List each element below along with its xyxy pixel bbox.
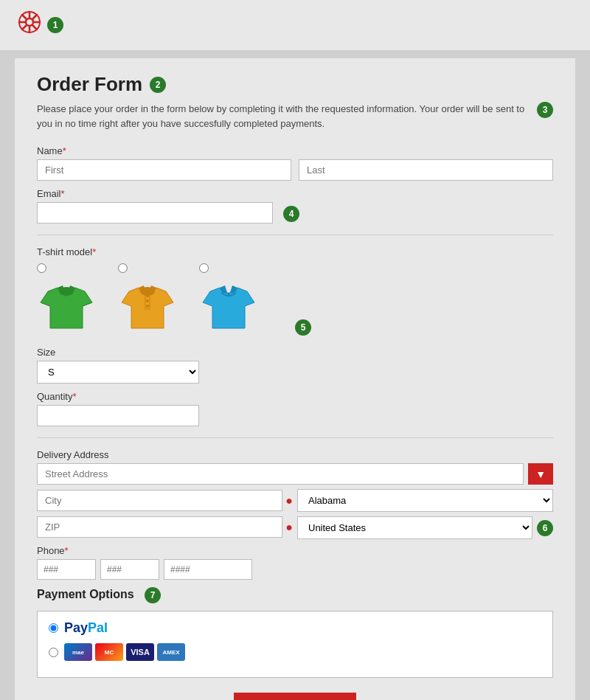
payment-section: Payment Options 7 PayPal mae MC VISA AME… — [37, 587, 553, 678]
header-step-badge: 1 — [47, 17, 63, 33]
tshirt-img-blue — [199, 277, 258, 336]
svg-point-19 — [146, 299, 149, 302]
mastercard-logo: MC — [95, 643, 123, 661]
svg-point-0 — [26, 18, 33, 26]
divider-1 — [37, 235, 553, 235]
form-description-row: Please place your order in the form belo… — [37, 102, 553, 131]
tshirt-option-orange — [118, 263, 177, 336]
tshirt-required: * — [92, 246, 96, 257]
size-label: Size — [37, 347, 553, 358]
country-wrap: United States Canada United Kingdom 6 — [297, 516, 553, 539]
paypal-option: PayPal — [49, 620, 541, 636]
country-select[interactable]: United States Canada United Kingdom — [297, 516, 532, 539]
tshirt-label: T-shirt model* — [37, 246, 553, 257]
description-step-badge: 3 — [537, 102, 553, 118]
delivery-section: Delivery Address ▼ ● Alabama Alaska Cali… — [37, 449, 553, 580]
tshirt-section: T-shirt model* — [37, 246, 553, 336]
tshirt-img-orange — [118, 277, 177, 336]
street-input[interactable] — [37, 463, 524, 485]
delivery-label: Delivery Address — [37, 449, 553, 460]
visa-logo: VISA — [126, 643, 154, 661]
tshirt-radio-green[interactable] — [37, 263, 46, 273]
tshirt-step-badge: 5 — [295, 319, 311, 336]
city-required-dot: ● — [285, 494, 293, 507]
size-row: Size S M L XL XXL — [37, 347, 553, 384]
svg-line-7 — [33, 26, 38, 30]
email-label: Email* — [37, 188, 273, 199]
tshirt-options: 5 — [37, 263, 553, 336]
zip-country-row: ● United States Canada United Kingdom 6 — [37, 516, 553, 539]
name-required: * — [63, 145, 66, 156]
tshirt-radio-blue[interactable] — [199, 263, 209, 273]
first-name-input[interactable] — [37, 159, 291, 181]
email-field-wrap: Email* — [37, 188, 273, 223]
city-state-row: ● Alabama Alaska California Florida New … — [37, 489, 553, 512]
quantity-label: Quantity* — [37, 391, 553, 402]
purchase-button[interactable]: Purchase — [234, 693, 355, 700]
city-input[interactable] — [37, 490, 282, 511]
quantity-required: * — [72, 391, 76, 402]
state-select[interactable]: Alabama Alaska California Florida New Yo… — [297, 489, 553, 512]
svg-line-9 — [22, 26, 27, 30]
phone-row — [37, 559, 553, 580]
email-input[interactable] — [37, 202, 273, 223]
amex-logo: AMEX — [157, 643, 185, 661]
email-step-badge: 4 — [283, 206, 299, 222]
maestro-logo: mae — [64, 643, 92, 661]
name-label: Name* — [37, 145, 553, 156]
name-section: Name* — [37, 145, 553, 181]
zip-input[interactable] — [37, 516, 282, 538]
zip-required-dot: ● — [285, 521, 293, 534]
svg-point-18 — [146, 294, 149, 297]
street-action-button[interactable]: ▼ — [528, 463, 553, 485]
tshirt-option-blue — [199, 263, 258, 336]
quantity-input[interactable] — [37, 405, 199, 426]
svg-point-20 — [146, 305, 149, 308]
divider-2 — [37, 437, 553, 438]
phone-input-2[interactable] — [100, 559, 159, 580]
card-option: mae MC VISA AMEX — [49, 643, 541, 661]
card-logos: mae MC VISA AMEX — [64, 643, 185, 661]
delivery-step-badge: 6 — [537, 520, 553, 536]
phone-required: * — [65, 545, 69, 556]
email-required: * — [61, 188, 65, 199]
payment-box: PayPal mae MC VISA AMEX — [37, 611, 553, 678]
header: 1 — [0, 0, 590, 51]
title-step-badge: 2 — [150, 77, 166, 93]
svg-line-6 — [22, 15, 27, 19]
payment-step-badge: 7 — [145, 587, 161, 603]
phone-label: Phone* — [37, 545, 553, 556]
paypal-logo: PayPal — [64, 620, 108, 636]
phone-part-1 — [37, 559, 96, 580]
logo-icon — [15, 7, 44, 43]
last-name-input[interactable] — [299, 159, 553, 181]
payment-title: Payment Options 7 — [37, 587, 553, 603]
zip-wrap: ● — [37, 516, 293, 538]
main-content: Order Form 2 Please place your order in … — [15, 58, 575, 700]
form-title-row: Order Form 2 — [37, 73, 553, 96]
city-wrap: ● — [37, 489, 293, 512]
phone-input-3[interactable] — [164, 559, 252, 580]
svg-point-12 — [59, 287, 74, 296]
card-radio[interactable] — [49, 648, 58, 657]
paypal-radio[interactable] — [49, 623, 58, 633]
form-title: Order Form — [37, 73, 142, 96]
svg-line-8 — [33, 15, 38, 19]
email-row: Email* 4 — [37, 188, 553, 223]
name-row — [37, 159, 553, 181]
quantity-row: Quantity* — [37, 391, 553, 426]
street-row: ▼ — [37, 463, 553, 485]
tshirt-radio-orange[interactable] — [118, 263, 128, 273]
tshirt-option-green — [37, 263, 96, 336]
tshirt-img-green — [37, 277, 96, 336]
page-wrapper: 1 Order Form 2 Please place your order i… — [0, 0, 590, 700]
phone-part-3 — [164, 559, 252, 580]
size-select[interactable]: S M L XL XXL — [37, 361, 199, 384]
phone-input-1[interactable] — [37, 559, 96, 580]
phone-part-2 — [100, 559, 159, 580]
purchase-row: Purchase 8 — [37, 693, 553, 700]
state-wrap: Alabama Alaska California Florida New Yo… — [297, 489, 553, 512]
form-description-text: Please place your order in the form belo… — [37, 102, 530, 131]
